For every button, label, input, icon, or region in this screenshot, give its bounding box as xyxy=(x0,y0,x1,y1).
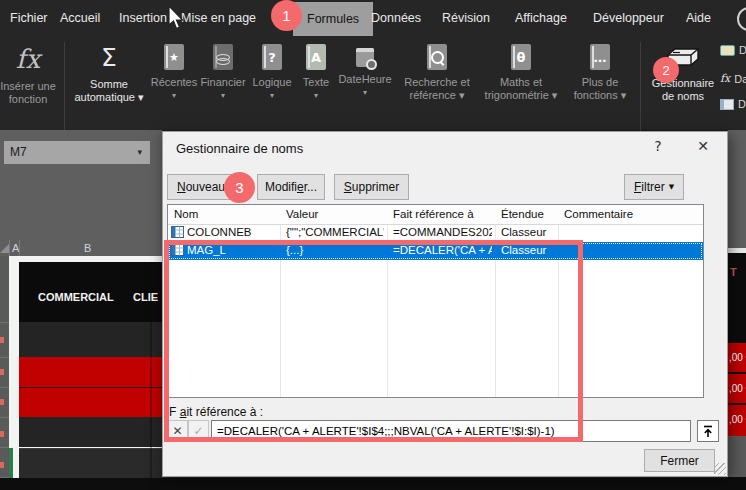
window-bottom-strip xyxy=(0,478,746,490)
data-row[interactable] xyxy=(19,417,162,447)
mouse-cursor xyxy=(168,5,185,31)
more-functions-button[interactable]: … Plus de fonctions ▾ xyxy=(564,40,636,126)
name-manager-label: Gestionnaire de noms xyxy=(646,77,720,103)
currency-cell[interactable]: ,00 € xyxy=(728,405,746,436)
recent-functions-label: Récentes xyxy=(151,76,197,89)
book-star-icon: ★ xyxy=(164,44,184,70)
book-theta-icon: θ xyxy=(511,44,531,70)
name-box-dropdown-icon[interactable]: ▾ xyxy=(137,141,142,164)
define-name-label: Dé xyxy=(739,44,746,56)
data-row-red[interactable] xyxy=(19,388,162,417)
column-headers: A B xyxy=(0,240,162,256)
tab-mise-en-page[interactable]: Mise en page xyxy=(181,0,256,36)
chevron-down-icon: ▾ xyxy=(314,91,318,100)
col-reference[interactable]: Fait référence à xyxy=(393,208,474,220)
row-number-red xyxy=(0,337,4,343)
use-in-formula-label: Da xyxy=(734,73,746,85)
named-range-icon xyxy=(171,226,184,238)
header-commercial: COMMERCIAL xyxy=(38,291,114,303)
currency-cell[interactable]: ,00 € xyxy=(728,343,746,372)
tag-icon xyxy=(720,45,735,56)
tab-affichage[interactable]: Affichage xyxy=(515,0,567,36)
financial-label: Financier xyxy=(200,76,245,89)
header-row-cells[interactable]: COMMERCIAL CLIE xyxy=(19,262,162,322)
delete-button[interactable]: Supprimer xyxy=(334,174,409,200)
tab-insertion[interactable]: Insertion xyxy=(119,0,167,36)
annotation-step-2: 2 xyxy=(653,57,679,83)
tab-accueil[interactable]: Accueil xyxy=(60,0,100,36)
data-row-red[interactable] xyxy=(19,357,162,387)
chevron-down-icon: ▾ xyxy=(270,91,274,100)
logical-button[interactable]: ? Logique ▾ xyxy=(250,40,294,126)
sigma-icon: Σ xyxy=(101,44,117,72)
sheet-grid-icon xyxy=(720,99,734,110)
define-name-button[interactable]: Dé xyxy=(720,44,746,56)
resize-grip[interactable] xyxy=(714,463,726,475)
annotation-step-3: 3 xyxy=(224,172,255,203)
more-functions-label: Plus de fonctions ▾ xyxy=(564,76,636,102)
col-commentaire[interactable]: Commentaire xyxy=(564,208,633,220)
search-icon[interactable] xyxy=(737,7,746,31)
insert-function-button[interactable]: fx Insérer une fonction xyxy=(0,40,64,126)
logical-label: Logique xyxy=(252,76,291,89)
datetime-button[interactable]: DateHeure ▾ xyxy=(336,40,394,126)
select-all-icon[interactable] xyxy=(0,244,9,253)
close-icon[interactable]: ✕ xyxy=(690,138,716,158)
chevron-down-icon: ▾ xyxy=(363,88,367,97)
recent-functions-button[interactable]: ★ Récentes ▾ xyxy=(150,40,198,126)
create-from-selection-button[interactable]: De xyxy=(720,98,746,110)
annotation-rectangle xyxy=(164,240,583,442)
sheet-grid[interactable]: COMMERCIAL CLIE xyxy=(19,256,162,478)
close-dialog-button[interactable]: Fermer xyxy=(644,449,715,472)
collapse-arrow-icon xyxy=(702,425,714,438)
tab-fichier[interactable]: Fichier xyxy=(10,0,48,36)
active-row-indicator xyxy=(9,448,13,478)
name-manager-button[interactable]: Gestionnaire de noms xyxy=(646,40,720,126)
row-number-red xyxy=(0,462,4,468)
row-number-red xyxy=(0,431,4,437)
datetime-label: DateHeure xyxy=(338,73,391,86)
use-in-formula-button[interactable]: fx Da xyxy=(720,72,746,85)
ribbon-tab-bar: Fichier Accueil Insertion Mise en page F… xyxy=(0,0,746,36)
edit-button[interactable]: Modifier... xyxy=(257,174,325,200)
column-a-cells[interactable] xyxy=(9,256,19,478)
annotation-step-1: 1 xyxy=(271,0,302,31)
lookup-reference-button[interactable]: Recherche et référence ▾ xyxy=(396,40,478,126)
tab-developpeur[interactable]: Développeur xyxy=(593,0,664,36)
tab-revision[interactable]: Révision xyxy=(442,0,490,36)
book-magnifier-icon xyxy=(427,44,447,70)
help-button[interactable]: ? xyxy=(645,138,671,158)
filter-dropdown-icon: ▼ xyxy=(669,183,674,191)
fx-icon: fx xyxy=(16,44,40,74)
financial-button[interactable]: Financier ▾ xyxy=(198,40,248,126)
ribbon-formules: fx Insérer une fonction Σ Somme automati… xyxy=(0,36,746,132)
col-etendue[interactable]: Étendue xyxy=(501,208,544,220)
autosum-button[interactable]: Σ Somme automatique ▾ xyxy=(66,40,152,126)
tab-donnees[interactable]: Données xyxy=(371,0,421,36)
data-row[interactable] xyxy=(19,448,162,478)
insert-function-label: Insérer une fonction xyxy=(0,80,64,106)
book-a-icon: A xyxy=(306,44,326,70)
fx-small-icon: fx xyxy=(720,72,730,85)
tab-formules-active[interactable]: Formules xyxy=(293,2,373,36)
chevron-down-icon: ▾ xyxy=(221,91,225,100)
tab-aide[interactable]: Aide xyxy=(686,0,711,36)
math-trig-label: Maths et trigonométrie ▾ xyxy=(478,76,564,102)
text-functions-button[interactable]: A Texte ▾ xyxy=(296,40,336,126)
data-row[interactable] xyxy=(19,322,162,357)
col-nom[interactable]: Nom xyxy=(174,208,198,220)
names-list-header: Nom Valeur Fait référence à Étendue Comm… xyxy=(168,205,703,225)
name-box[interactable]: M7 ▾ xyxy=(4,141,150,164)
book-question-icon: ? xyxy=(262,44,282,70)
clipped-header-t: T xyxy=(730,266,737,278)
col-valeur[interactable]: Valeur xyxy=(286,208,318,220)
math-trig-button[interactable]: θ Maths et trigonométrie ▾ xyxy=(478,40,564,126)
row-headers xyxy=(0,256,9,478)
currency-cell[interactable]: ,00 € xyxy=(728,374,746,403)
chevron-down-icon: ▾ xyxy=(172,91,176,100)
filter-button[interactable]: Filtrer ▼ xyxy=(624,174,684,200)
collapse-dialog-button[interactable] xyxy=(697,420,719,442)
autosum-label: Somme automatique ▾ xyxy=(66,78,152,104)
calendar-clock-icon xyxy=(356,48,374,67)
column-header-b[interactable]: B xyxy=(84,242,91,254)
